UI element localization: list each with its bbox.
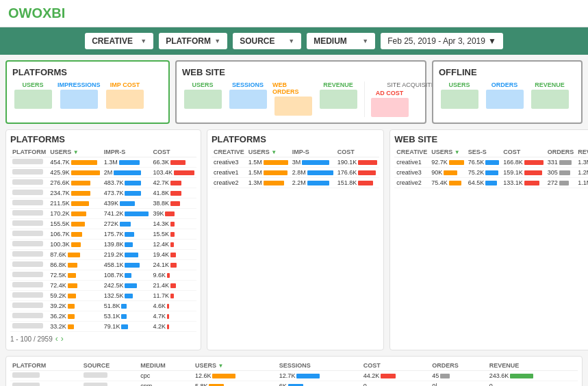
impr-cell: 53.1K <box>102 311 151 322</box>
offline-metrics: USERS ORDERS REVENUE <box>439 81 576 109</box>
sessions-cell: 6K <box>277 381 361 387</box>
cost-cell: 9.6K <box>151 270 196 281</box>
creative-cell: creative3 <box>394 168 429 178</box>
col-ses: SES-S <box>466 147 502 157</box>
cost-cell: 41.8K <box>151 188 196 198</box>
imp-cost-bar <box>106 90 144 109</box>
next-page-arrow[interactable]: › <box>61 334 64 344</box>
table-row: 234.7K 473.7K 41.8K <box>10 188 196 198</box>
orders-cell: 305 <box>546 168 576 178</box>
users-cell: 106.7K <box>48 229 102 240</box>
table-row: 276.6K 483.7K 42.7K <box>10 178 196 188</box>
users-cell: 5.8K <box>193 381 277 387</box>
table-row: 36.2K 53.1K 4.7K <box>10 311 196 322</box>
platform-cell <box>10 311 48 322</box>
summary-panels: PLATFORMS USERS IMPRESSIONS IMP COST WEB… <box>5 60 583 124</box>
platforms-metrics: USERS IMPRESSIONS IMP COST <box>12 81 163 109</box>
w-users-bar <box>184 90 222 109</box>
col-platform: PLATFORM <box>10 147 48 157</box>
orders-cell: 272 <box>546 178 576 188</box>
medium-cell: cpc <box>138 371 193 381</box>
col-orders: ORDERS <box>430 361 487 371</box>
creative-cell: creative2 <box>394 178 429 188</box>
creative-filter[interactable]: CREATIVE ▼ <box>85 33 153 49</box>
chevron-down-icon: ▼ <box>140 38 146 44</box>
table-row: 72.4K 242.5K 21.4K <box>10 281 196 291</box>
col-users[interactable]: USERS ▼ <box>429 147 466 157</box>
cost-cell: 166.8K <box>501 157 546 168</box>
col-users[interactable]: USERS ▼ <box>48 147 102 157</box>
cost-cell: 15.5K <box>151 229 196 240</box>
users-cell: 33.2K <box>48 322 102 332</box>
users-cell: 211.5K <box>48 198 102 209</box>
users-cell: 155.5K <box>48 219 102 229</box>
prev-page-arrow[interactable]: ‹ <box>55 334 58 344</box>
logo-text: OWOX <box>8 5 51 21</box>
cost-cell: 4.6K <box>151 301 196 311</box>
cost-cell: 4.7K <box>151 311 196 322</box>
offline-summary-panel: OFFLINE USERS ORDERS REVENUE <box>432 60 583 124</box>
table-row: creative1 92.7K 76.5K 166.8K 331 1.3M <box>394 157 588 168</box>
sort-icon: ▼ <box>271 149 277 155</box>
imp-cost-label: IMP COST <box>110 81 140 88</box>
impr-cell: 242.5K <box>102 281 151 291</box>
users-cell: 92.7K <box>429 157 466 168</box>
off-users-metric: USERS <box>439 81 480 109</box>
date-range-picker[interactable]: Feb 25, 2019 - Apr 3, 2019 ▼ <box>381 33 503 49</box>
col-users[interactable]: USERS ▼ <box>246 147 290 157</box>
w-revenue-metric: REVENUE <box>318 81 359 116</box>
impr-cell: 108.7K <box>102 270 151 281</box>
platforms-creative-panel: PLATFORMS CREATIVE USERS ▼ IMP-S COST cr… <box>207 129 384 350</box>
sort-icon: ▼ <box>218 363 223 369</box>
source-cell <box>81 381 138 387</box>
col-creative: CREATIVE <box>212 147 246 157</box>
website-left-metrics: users sessions WEB ORDERS REVENUE <box>182 81 359 117</box>
users-cell: 234.7K <box>48 188 102 198</box>
impr-cell: 439K <box>102 198 151 209</box>
platforms-table-panel: PLATFORMS PLATFORM USERS ▼ IMPR-S COST 4… <box>5 129 201 350</box>
impr-cell: 139.8K <box>102 240 151 250</box>
table-row: creative2 1.3M 2.2M 151.8K <box>212 178 379 188</box>
col-users[interactable]: USERS ▼ <box>193 361 277 371</box>
source-filter[interactable]: SOURCE ▼ <box>233 33 301 49</box>
creative-cell: creative1 <box>212 168 246 178</box>
orders-cell: 0| <box>430 381 487 387</box>
cost-cell: 133.1K <box>501 178 546 188</box>
w-users-metric: users <box>182 81 223 116</box>
users-cell: 1.3M <box>246 178 290 188</box>
users-cell: 36.2K <box>48 311 102 322</box>
users-cell: 425.9K <box>48 168 102 178</box>
website-panel-title: WEB SITE <box>182 67 420 77</box>
impr-cell: 483.7K <box>102 178 151 188</box>
table-row: 39.2K 51.8K 4.6K <box>10 301 196 311</box>
table-row: 170.2K 741.2K 39K <box>10 209 196 219</box>
off-revenue-bar <box>531 90 569 109</box>
users-cell: 12.6K <box>193 371 277 381</box>
col-cost: COST <box>335 147 380 157</box>
w-orders-metric: WEB ORDERS <box>272 81 314 116</box>
logo-suffix: BI <box>51 5 65 21</box>
table-row: 33.2K 79.1K 4.2K <box>10 322 196 332</box>
col-sessions: SESSIONS <box>277 361 361 371</box>
creative-tables-section: PLATFORMS CREATIVE USERS ▼ IMP-S COST cr… <box>207 129 588 350</box>
users-cell: 72.5K <box>48 270 102 281</box>
col-imps: IMP-S <box>290 147 335 157</box>
chevron-down-icon: ▼ <box>362 38 368 44</box>
creative-cell: creative3 <box>212 157 246 168</box>
platform-cell <box>10 260 48 270</box>
platform-filter[interactable]: PLATFORM ▼ <box>159 33 227 49</box>
w-revenue-bar <box>320 90 357 109</box>
platforms-summary-panel: PLATFORMS USERS IMPRESSIONS IMP COST <box>5 60 170 124</box>
platform-cell <box>10 371 81 381</box>
impr-cell: 175.7K <box>102 229 151 240</box>
imps-cell: 2.2M <box>290 178 335 188</box>
off-orders-metric: ORDERS <box>484 81 525 109</box>
platforms-creative-title: PLATFORMS <box>212 134 379 144</box>
col-creative: CREATIVE <box>394 147 429 157</box>
table-row: 425.9K 2M 103.4K <box>10 168 196 178</box>
table-row: 72.5K 108.7K 9.6K <box>10 270 196 281</box>
users-cell: 59.2K <box>48 291 102 301</box>
cost-cell: 159.1K <box>501 168 546 178</box>
header: OWOXBI <box>0 0 588 27</box>
medium-filter[interactable]: MEDIUM ▼ <box>307 33 375 49</box>
